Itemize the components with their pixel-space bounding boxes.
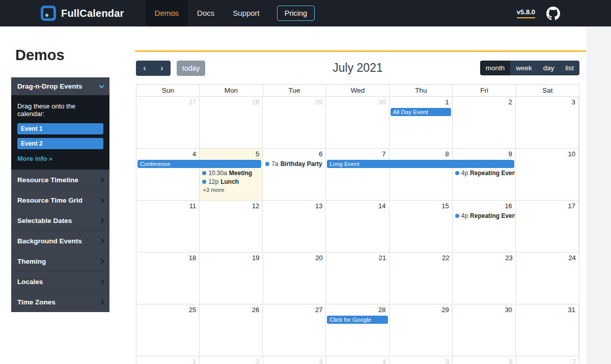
day-cell[interactable]: 31: [516, 304, 579, 356]
day-number[interactable]: 3: [319, 358, 323, 364]
day-number[interactable]: 30: [378, 98, 385, 106]
day-cell[interactable]: 4: [326, 356, 390, 364]
day-cell[interactable]: 28: [326, 304, 389, 356]
day-header-fri[interactable]: Fri: [453, 85, 516, 96]
day-number[interactable]: 22: [442, 254, 449, 262]
version-link[interactable]: v5.8.0: [517, 8, 535, 18]
day-cell[interactable]: 7: [326, 149, 389, 200]
day-cell[interactable]: 28: [200, 97, 263, 148]
day-number[interactable]: 17: [568, 202, 575, 210]
more-info-link[interactable]: More info »: [17, 155, 52, 162]
day-number[interactable]: 16: [505, 202, 512, 210]
day-cell[interactable]: 5: [390, 356, 453, 364]
draggable-event-2[interactable]: Event 2: [17, 138, 103, 149]
day-cell[interactable]: 2: [200, 356, 263, 364]
day-number[interactable]: 13: [315, 202, 322, 210]
day-number[interactable]: 20: [315, 254, 322, 262]
day-cell[interactable]: 22: [390, 253, 453, 304]
day-number[interactable]: 27: [189, 98, 196, 106]
day-number[interactable]: 6: [509, 358, 512, 364]
day-number[interactable]: 5: [256, 150, 259, 158]
day-cell[interactable]: 3: [516, 97, 579, 148]
day-number[interactable]: 24: [569, 254, 576, 262]
event-lunch[interactable]: 12pLunch: [200, 178, 262, 186]
day-cell[interactable]: 14: [326, 201, 389, 252]
day-number[interactable]: 26: [252, 306, 259, 314]
event-conference[interactable]: Conference: [137, 160, 261, 168]
sidebar-item-drag-n-drop-events[interactable]: Drag-n-Drop Events: [11, 77, 109, 95]
day-cell[interactable]: 4: [136, 149, 200, 200]
day-cell[interactable]: 12: [200, 201, 263, 252]
day-number[interactable]: 1: [192, 358, 196, 364]
day-number[interactable]: 23: [505, 254, 512, 262]
day-cell[interactable]: 6: [263, 149, 326, 200]
sidebar-item-locales[interactable]: Locales: [11, 271, 109, 292]
day-cell[interactable]: 17: [516, 201, 579, 252]
day-number[interactable]: 7: [382, 150, 385, 158]
day-header-sat[interactable]: Sat: [516, 85, 579, 96]
day-number[interactable]: 9: [509, 150, 512, 158]
event-repeating-event[interactable]: 4pRepeating Event: [453, 169, 515, 177]
day-cell[interactable]: 16: [453, 201, 516, 252]
day-cell[interactable]: 10: [516, 149, 579, 200]
event-birthday-party[interactable]: 7aBirthday Party: [263, 160, 325, 168]
day-number[interactable]: 5: [446, 358, 449, 364]
event-long-event[interactable]: Long Event: [327, 160, 514, 168]
day-number[interactable]: 21: [379, 254, 386, 262]
nav-link-support[interactable]: Support: [224, 0, 269, 26]
day-number[interactable]: 2: [256, 358, 259, 364]
day-cell[interactable]: 1: [390, 97, 453, 148]
view-button-week[interactable]: week: [510, 61, 538, 75]
next-button[interactable]: ›: [153, 61, 171, 76]
day-cell[interactable]: 13: [263, 201, 326, 252]
brand[interactable]: FullCalendar: [41, 6, 124, 21]
draggable-event-1[interactable]: Event 1: [17, 123, 103, 134]
day-number[interactable]: 10: [568, 150, 575, 158]
event-click-for-google[interactable]: Click for Google: [327, 316, 387, 324]
day-cell[interactable]: 11: [136, 201, 200, 252]
sidebar-item-resource-time-grid[interactable]: Resource Time Grid: [11, 190, 109, 210]
day-cell[interactable]: 29: [390, 304, 453, 356]
day-cell[interactable]: 7: [516, 356, 579, 364]
day-cell[interactable]: 8: [390, 149, 453, 200]
day-number[interactable]: 4: [192, 150, 196, 158]
day-cell[interactable]: 27: [263, 304, 326, 356]
sidebar-item-theming[interactable]: Theming: [11, 251, 109, 271]
day-number[interactable]: 8: [445, 150, 449, 158]
pricing-button[interactable]: Pricing: [277, 6, 315, 21]
day-header-sun[interactable]: Sun: [136, 85, 200, 96]
day-cell[interactable]: 20: [263, 253, 326, 304]
day-number[interactable]: 28: [378, 306, 385, 314]
day-cell[interactable]: 30: [453, 304, 516, 356]
day-header-mon[interactable]: Mon: [200, 85, 263, 96]
day-number[interactable]: 4: [382, 358, 386, 364]
day-number[interactable]: 28: [252, 98, 259, 106]
day-cell[interactable]: 29: [263, 97, 326, 148]
day-cell[interactable]: 18: [136, 253, 200, 304]
nav-link-docs[interactable]: Docs: [188, 0, 224, 26]
day-cell[interactable]: 19: [200, 253, 263, 304]
day-cell[interactable]: 3: [263, 356, 326, 364]
event-meeting[interactable]: 10:30aMeeting: [200, 169, 262, 177]
view-button-day[interactable]: day: [538, 61, 560, 75]
day-header-wed[interactable]: Wed: [326, 85, 390, 96]
day-cell[interactable]: 21: [326, 253, 390, 304]
day-number[interactable]: 3: [572, 98, 575, 106]
view-button-list[interactable]: list: [560, 61, 580, 75]
day-number[interactable]: 6: [319, 150, 322, 158]
day-cell[interactable]: 23: [453, 253, 516, 304]
sidebar-item-time-zones[interactable]: Time Zones: [11, 292, 109, 312]
today-button[interactable]: today: [177, 61, 205, 76]
nav-link-demos[interactable]: Demos: [146, 0, 188, 26]
day-number[interactable]: 25: [189, 306, 196, 314]
day-number[interactable]: 7: [572, 358, 576, 364]
prev-button[interactable]: ‹: [136, 61, 153, 76]
sidebar-item-resource-timeline[interactable]: Resource Timeline: [11, 170, 109, 190]
day-cell[interactable]: 2: [453, 97, 516, 148]
day-number[interactable]: 11: [189, 202, 197, 210]
event-repeating-event[interactable]: 4pRepeating Event: [453, 212, 515, 220]
view-button-month[interactable]: month: [480, 61, 511, 75]
day-number[interactable]: 15: [441, 202, 449, 210]
day-number[interactable]: 27: [315, 306, 322, 314]
day-cell[interactable]: 6: [453, 356, 516, 364]
